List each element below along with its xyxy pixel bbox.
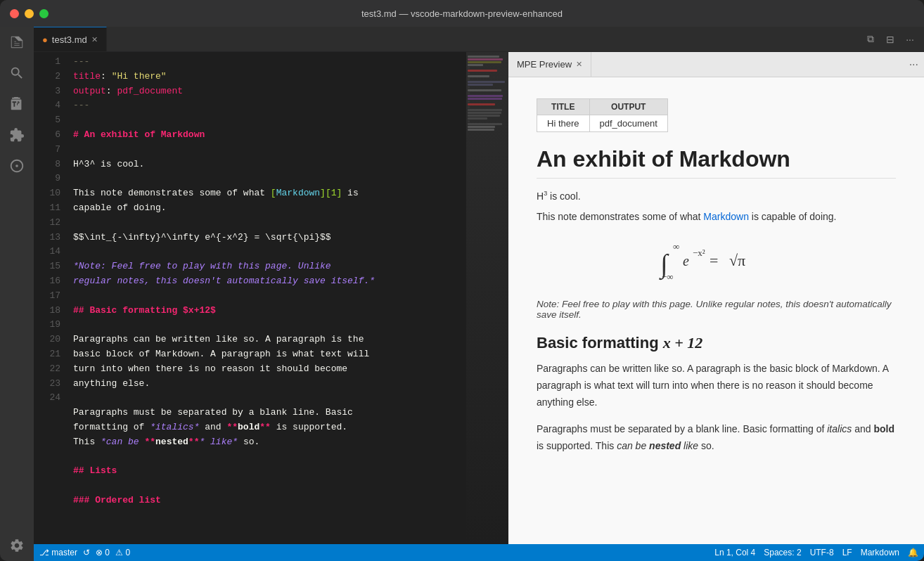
split-editor-btn[interactable]: ⧉ <box>862 31 879 48</box>
minimap-line <box>468 84 493 86</box>
minimap-line <box>468 115 500 117</box>
status-branch[interactable]: ⎇ master <box>39 548 77 557</box>
status-sync[interactable]: ↺ <box>83 548 90 557</box>
line-num-4: 4 <box>34 98 60 113</box>
close-button[interactable] <box>10 9 19 18</box>
yaml-header-title: TITLE <box>537 99 590 115</box>
git-branch-icon: ⎇ <box>39 548 51 557</box>
minimap-line <box>468 78 470 80</box>
toggle-layout-btn[interactable]: ⊟ <box>882 31 899 48</box>
code-line-7 <box>73 143 466 157</box>
svg-point-0 <box>15 165 18 167</box>
preview-para3-like: like <box>681 440 698 451</box>
preview-para1-text: This note demonstrates some of what <box>537 211 703 222</box>
line-numbers: 1 2 3 4 5 6 7 8 9 10 11 12 13 <box>34 52 68 544</box>
extensions-icon[interactable] <box>7 125 27 145</box>
code-line-12: $$\int_{-\infty}^\infty e^{-x^2} = \sqrt… <box>73 231 466 245</box>
minimap-line <box>468 129 494 131</box>
line-num-5: 5 <box>34 113 60 128</box>
status-warnings[interactable]: ⚠ 0 <box>115 548 130 557</box>
minimap-line <box>468 109 502 111</box>
code-line-22: ## Lists <box>73 464 466 479</box>
line-num-24: 24 <box>34 391 60 406</box>
preview-para3-and: and <box>852 423 873 434</box>
source-control-icon[interactable] <box>7 94 27 114</box>
more-actions-btn[interactable]: ··· <box>901 31 918 48</box>
status-encoding[interactable]: UTF-8 <box>810 548 834 557</box>
preview-para3-so: so. <box>698 440 714 451</box>
preview-content[interactable]: TITLE OUTPUT Hi there pdf_document <box>508 77 924 544</box>
editor-tab-label: test3.md <box>52 34 87 45</box>
preview-more-actions[interactable]: ··· <box>904 58 924 71</box>
minimap-line <box>468 98 502 100</box>
preview-markdown-link[interactable]: Markdown <box>703 211 749 222</box>
status-right: Ln 1, Col 4 Spaces: 2 UTF-8 LF Markdown … <box>714 548 918 557</box>
minimap-line <box>468 58 503 60</box>
line-num-3: 3 <box>34 84 60 99</box>
status-position[interactable]: Ln 1, Col 4 <box>714 548 755 557</box>
preview-para1-end: is capable of doing. <box>749 211 837 222</box>
minimap-line <box>468 89 501 91</box>
editor-tab-icon: ● <box>42 34 48 45</box>
line-num-8: 8 <box>34 157 60 172</box>
line-num-1: 1 <box>34 55 60 70</box>
code-line-19 <box>73 391 466 406</box>
code-line-23 <box>73 479 466 494</box>
code-line-3: output: pdf_document <box>73 84 466 99</box>
maximize-button[interactable] <box>39 9 49 18</box>
code-line-20: Paragraphs must be separated by a blank … <box>73 406 466 420</box>
code-line-8: H^3^ is cool. <box>73 157 466 172</box>
editor-tab-test3[interactable]: ● test3.md ✕ <box>34 27 107 51</box>
preview-tab-mpe[interactable]: MPE Preview ✕ <box>508 52 591 77</box>
search-icon[interactable] <box>7 63 27 83</box>
status-language[interactable]: Markdown <box>861 548 899 557</box>
minimap-line <box>468 95 503 97</box>
code-line-21 <box>73 450 466 465</box>
svg-text:−∞: −∞ <box>662 271 674 281</box>
yaml-frontmatter-table: TITLE OUTPUT Hi there pdf_document <box>537 98 668 132</box>
preview-para2: Paragraphs can be written like so. A par… <box>537 361 896 411</box>
minimap-line <box>468 86 470 89</box>
status-branch-label: master <box>51 548 77 557</box>
preview-h2-text: Basic formatting <box>537 334 663 352</box>
line-num-15: 15 <box>34 259 60 274</box>
code-editor[interactable]: 1 2 3 4 5 6 7 8 9 10 11 12 13 <box>34 52 508 544</box>
preview-tab-close[interactable]: ✕ <box>576 60 582 69</box>
preview-para1: This note demonstrates some of what Mark… <box>537 209 896 226</box>
minimap-content <box>466 52 508 544</box>
settings-icon[interactable] <box>7 536 27 555</box>
minimap-lines <box>466 52 508 134</box>
minimize-button[interactable] <box>25 9 34 18</box>
line-num-14: 14 <box>34 245 60 259</box>
minimap-line <box>468 126 495 128</box>
editor-tab-bar: ● test3.md ✕ ⧉ ⊟ ··· <box>34 27 924 52</box>
status-line-ending[interactable]: LF <box>842 548 852 557</box>
code-line-24: ### Ordered list <box>73 494 466 508</box>
line-num-22: 22 <box>34 362 60 377</box>
minimap-line <box>468 56 499 58</box>
app-window: test3.md — vscode-markdown-preview-enhan… <box>0 0 924 561</box>
preview-para3: Paragraphs must be separated by a blank … <box>537 421 896 455</box>
code-lines[interactable]: --- title: "Hi there" output: pdf_docume… <box>68 52 466 544</box>
preview-pane: MPE Preview ✕ ··· TITLE <box>508 52 924 544</box>
explorer-icon[interactable] <box>7 32 27 52</box>
activity-bar <box>0 27 34 561</box>
code-line-14b: regular notes, this doesn't automaticall… <box>73 274 466 289</box>
minimap-line <box>468 81 505 83</box>
code-line-20b: formatting of *italics* and **bold** is … <box>73 420 466 435</box>
editor-preview-split: 1 2 3 4 5 6 7 8 9 10 11 12 13 <box>34 52 924 544</box>
code-line-18: Paragraphs can be written like so. A par… <box>73 333 466 347</box>
line-num-21: 21 <box>34 347 60 362</box>
line-num-17: 17 <box>34 289 60 304</box>
editor-tab-close[interactable]: ✕ <box>91 36 98 44</box>
minimap-line <box>468 72 470 75</box>
svg-text:−x²: −x² <box>693 247 705 258</box>
remote-icon[interactable] <box>7 156 27 176</box>
code-line-2: title: "Hi there" <box>73 70 466 84</box>
status-spaces[interactable]: Spaces: 2 <box>764 548 801 557</box>
line-num-12: 12 <box>34 216 60 231</box>
code-line-15 <box>73 289 466 304</box>
status-errors[interactable]: ⊗ 0 <box>96 548 110 557</box>
minimap-line <box>468 117 487 120</box>
status-notification-icon[interactable]: 🔔 <box>908 548 918 557</box>
